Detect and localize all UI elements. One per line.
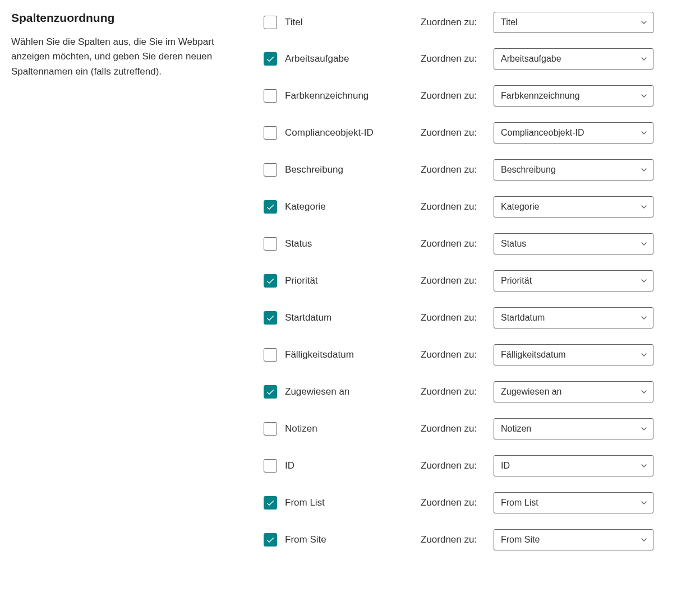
check-icon (266, 276, 275, 285)
map-to-dropdown[interactable]: Status (494, 233, 653, 254)
panel-title: Spaltenzuordnung (11, 11, 241, 25)
map-to-dropdown[interactable]: Farbkennzeichnung (494, 85, 653, 106)
map-to-dropdown[interactable]: From Site (494, 529, 653, 550)
column-checkbox[interactable] (264, 311, 277, 325)
dropdown-value: Notizen (501, 424, 531, 434)
map-to-dropdown[interactable]: Fälligkeitsdatum (494, 344, 653, 365)
column-mapping-row: FarbkennzeichnungZuordnen zu:Farbkennzei… (264, 77, 689, 114)
chevron-down-icon (641, 425, 647, 432)
map-to-dropdown[interactable]: Zugewiesen an (494, 381, 653, 402)
checkbox-group: Farbkennzeichnung (264, 89, 421, 103)
column-mapping-row: IDZuordnen zu:ID (264, 447, 689, 484)
chevron-down-icon (641, 388, 647, 395)
chevron-down-icon (641, 351, 647, 358)
check-icon (266, 387, 275, 396)
column-checkbox[interactable] (264, 496, 277, 510)
column-checkbox-label: Arbeitsaufgabe (285, 53, 349, 64)
dropdown-value: Kategorie (501, 202, 540, 212)
chevron-down-icon (641, 240, 647, 247)
chevron-down-icon (641, 499, 647, 506)
column-checkbox[interactable] (264, 163, 277, 177)
column-checkbox[interactable] (264, 126, 277, 140)
map-to-dropdown[interactable]: ID (494, 455, 653, 476)
map-to-dropdown[interactable]: Startdatum (494, 307, 653, 328)
checkbox-group: Startdatum (264, 311, 421, 325)
checkbox-group: Beschreibung (264, 163, 421, 177)
map-to-label: Zuordnen zu: (421, 349, 494, 360)
column-mapping-row: PrioritätZuordnen zu:Priorität (264, 262, 689, 299)
dropdown-value: Fälligkeitsdatum (501, 350, 566, 360)
column-checkbox-label: Status (285, 238, 312, 249)
column-checkbox-label: Startdatum (285, 312, 331, 323)
column-checkbox[interactable] (264, 385, 277, 399)
column-checkbox-label: Farbkennzeichnung (285, 90, 369, 101)
column-checkbox-label: Kategorie (285, 201, 326, 212)
dropdown-value: Farbkennzeichnung (501, 91, 580, 101)
dropdown-value: Complianceobjekt-ID (501, 128, 584, 138)
checkbox-group: Arbeitsaufgabe (264, 52, 421, 66)
checkbox-group: Kategorie (264, 200, 421, 214)
column-mapping-row: StatusZuordnen zu:Status (264, 225, 689, 262)
column-checkbox[interactable] (264, 237, 277, 251)
column-mapping-list: TitelZuordnen zu:TitelArbeitsaufgabeZuor… (264, 11, 689, 558)
map-to-label: Zuordnen zu: (421, 90, 494, 101)
column-mapping-row: ArbeitsaufgabeZuordnen zu:Arbeitsaufgabe (264, 40, 689, 77)
chevron-down-icon (641, 277, 647, 284)
map-to-dropdown[interactable]: Kategorie (494, 196, 653, 217)
map-to-label: Zuordnen zu: (421, 534, 494, 545)
column-checkbox[interactable] (264, 533, 277, 547)
column-checkbox[interactable] (264, 52, 277, 66)
map-to-label: Zuordnen zu: (421, 238, 494, 249)
column-checkbox[interactable] (264, 348, 277, 362)
checkbox-group: From Site (264, 533, 421, 547)
column-mapping-row: FälligkeitsdatumZuordnen zu:Fälligkeitsd… (264, 336, 689, 373)
dropdown-value: Startdatum (501, 313, 545, 323)
check-icon (266, 498, 275, 507)
column-checkbox[interactable] (264, 459, 277, 473)
chevron-down-icon (641, 536, 647, 543)
column-checkbox[interactable] (264, 274, 277, 288)
column-mapping-row: TitelZuordnen zu:Titel (264, 11, 689, 34)
chevron-down-icon (641, 314, 647, 321)
column-checkbox-label: From List (285, 497, 325, 508)
map-to-label: Zuordnen zu: (421, 127, 494, 138)
map-to-dropdown[interactable]: Titel (494, 12, 653, 33)
column-checkbox[interactable] (264, 200, 277, 214)
check-icon (266, 202, 275, 211)
dropdown-value: Status (501, 239, 526, 249)
checkbox-group: Fälligkeitsdatum (264, 348, 421, 362)
checkbox-group: Zugewiesen an (264, 385, 421, 399)
checkbox-group: Notizen (264, 422, 421, 436)
column-checkbox[interactable] (264, 89, 277, 103)
checkbox-group: ID (264, 459, 421, 473)
checkbox-group: Titel (264, 16, 421, 29)
map-to-dropdown[interactable]: Notizen (494, 418, 653, 439)
map-to-dropdown[interactable]: Complianceobjekt-ID (494, 122, 653, 143)
column-mapping-row: From ListZuordnen zu:From List (264, 484, 689, 521)
column-checkbox-label: ID (285, 460, 294, 471)
check-icon (266, 54, 275, 63)
chevron-down-icon (641, 462, 647, 469)
dropdown-value: Arbeitsaufgabe (501, 54, 561, 64)
column-mapping-row: Complianceobjekt-IDZuordnen zu:Complianc… (264, 114, 689, 151)
map-to-dropdown[interactable]: Priorität (494, 270, 653, 291)
map-to-dropdown[interactable]: From List (494, 492, 653, 513)
map-to-label: Zuordnen zu: (421, 201, 494, 212)
column-mapping-row: From SiteZuordnen zu:From Site (264, 521, 689, 558)
column-checkbox[interactable] (264, 422, 277, 436)
column-mapping-row: Zugewiesen anZuordnen zu:Zugewiesen an (264, 373, 689, 410)
column-mapping-row: KategorieZuordnen zu:Kategorie (264, 188, 689, 225)
column-checkbox[interactable] (264, 16, 277, 29)
column-checkbox-label: Notizen (285, 423, 317, 434)
check-icon (266, 535, 275, 544)
panel-description: Wählen Sie die Spalten aus, die Sie im W… (11, 35, 241, 79)
map-to-dropdown[interactable]: Arbeitsaufgabe (494, 48, 653, 70)
column-checkbox-label: Complianceobjekt-ID (285, 127, 374, 138)
dropdown-value: Zugewiesen an (501, 387, 562, 397)
chevron-down-icon (641, 166, 647, 173)
map-to-label: Zuordnen zu: (421, 17, 494, 28)
map-to-label: Zuordnen zu: (421, 460, 494, 471)
column-mapping-row: StartdatumZuordnen zu:Startdatum (264, 299, 689, 336)
checkbox-group: Priorität (264, 274, 421, 288)
map-to-dropdown[interactable]: Beschreibung (494, 159, 653, 180)
